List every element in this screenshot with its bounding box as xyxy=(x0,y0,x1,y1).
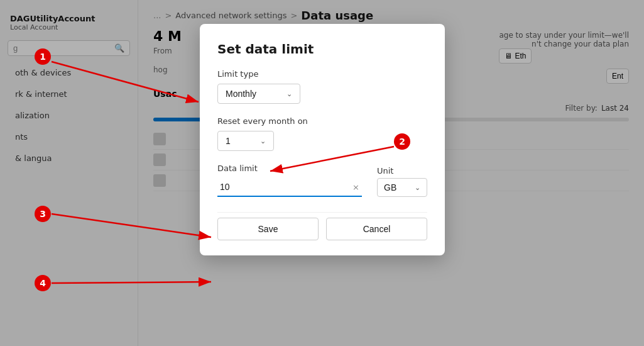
data-limit-label: Data limit xyxy=(217,164,362,173)
limit-type-value: Monthly xyxy=(226,89,256,99)
save-button[interactable]: Save xyxy=(217,218,319,240)
reset-day-dropdown[interactable]: 1 ⌄ xyxy=(217,131,274,151)
set-data-limit-modal: Set data limit Limit type Monthly ⌄ Rese… xyxy=(200,24,445,255)
chevron-down-icon: ⌄ xyxy=(287,90,292,98)
chevron-down-icon-3: ⌄ xyxy=(415,184,420,192)
data-limit-input-wrap: × xyxy=(217,178,362,197)
modal-actions: Save Cancel xyxy=(217,212,427,240)
reset-section: Reset every month on 1 ⌄ xyxy=(217,116,427,151)
limit-type-dropdown[interactable]: Monthly ⌄ xyxy=(217,84,300,104)
reset-label: Reset every month on xyxy=(217,116,427,126)
modal-title: Set data limit xyxy=(217,42,427,57)
limit-type-label: Limit type xyxy=(217,69,427,79)
data-limit-section: Data limit × Unit GB ⌄ xyxy=(217,164,427,197)
unit-section: Unit GB ⌄ xyxy=(377,166,427,197)
unit-label: Unit xyxy=(377,166,427,176)
chevron-down-icon-2: ⌄ xyxy=(260,137,266,145)
data-limit-input[interactable] xyxy=(217,178,362,196)
reset-day-value: 1 xyxy=(226,136,231,146)
cancel-button[interactable]: Cancel xyxy=(326,218,427,240)
unit-dropdown[interactable]: GB ⌄ xyxy=(377,178,427,197)
clear-icon[interactable]: × xyxy=(352,182,359,192)
unit-value: GB xyxy=(384,182,396,193)
